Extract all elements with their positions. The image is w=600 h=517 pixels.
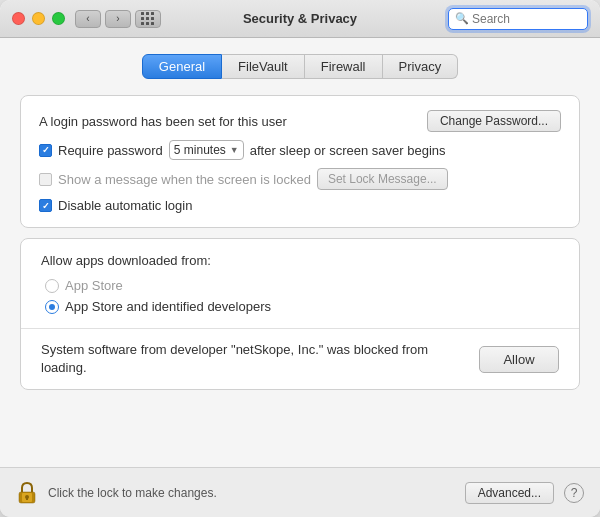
login-panel: A login password has been set for this u… — [20, 95, 580, 228]
radio-appstore-identified[interactable] — [45, 300, 59, 314]
require-password-checkbox[interactable] — [39, 144, 52, 157]
allow-button[interactable]: Allow — [479, 346, 559, 373]
require-password-row: Require password 5 minutes ▼ after sleep… — [39, 140, 561, 160]
radio-appstore[interactable] — [45, 279, 59, 293]
show-message-checkbox[interactable] — [39, 173, 52, 186]
svg-rect-3 — [26, 497, 28, 500]
disable-login-label: Disable automatic login — [58, 198, 192, 213]
tab-filevault[interactable]: FileVault — [222, 54, 305, 79]
tab-general[interactable]: General — [142, 54, 222, 79]
help-button[interactable]: ? — [564, 483, 584, 503]
grid-icon — [141, 12, 155, 26]
bottom-bar: Click the lock to make changes. Advanced… — [0, 467, 600, 517]
lock-svg — [17, 481, 37, 505]
set-lock-message-button: Set Lock Message... — [317, 168, 448, 190]
bottom-panel: Allow apps downloaded from: App Store Ap… — [20, 238, 580, 390]
require-password-label: Require password — [58, 143, 163, 158]
traffic-lights — [12, 12, 65, 25]
minimize-button[interactable] — [32, 12, 45, 25]
forward-button[interactable]: › — [105, 10, 131, 28]
tab-firewall[interactable]: Firewall — [305, 54, 383, 79]
search-box[interactable]: 🔍 — [448, 8, 588, 30]
dropdown-arrow-icon: ▼ — [230, 145, 239, 155]
radio-appstore-row: App Store — [45, 278, 559, 293]
show-message-label: Show a message when the screen is locked — [58, 172, 311, 187]
grid-button[interactable] — [135, 10, 161, 28]
maximize-button[interactable] — [52, 12, 65, 25]
radio-group: App Store App Store and identified devel… — [45, 278, 559, 314]
content-area: General FileVault Firewall Privacy A log… — [0, 38, 600, 467]
main-panels: A login password has been set for this u… — [20, 95, 580, 467]
password-timeout-value: 5 minutes — [174, 143, 226, 157]
window: ‹ › Security & Privacy 🔍 General FileVau… — [0, 0, 600, 517]
nav-buttons: ‹ › — [75, 10, 131, 28]
bottom-lock-text: Click the lock to make changes. — [48, 486, 455, 500]
login-password-label: A login password has been set for this u… — [39, 114, 287, 129]
close-button[interactable] — [12, 12, 25, 25]
search-icon: 🔍 — [455, 12, 469, 25]
change-password-button[interactable]: Change Password... — [427, 110, 561, 132]
search-input[interactable] — [472, 12, 581, 26]
title-bar: ‹ › Security & Privacy 🔍 — [0, 0, 600, 38]
disable-login-row: Disable automatic login — [39, 198, 561, 213]
show-message-row: Show a message when the screen is locked… — [39, 168, 561, 190]
radio-appstore-identified-row: App Store and identified developers — [45, 299, 559, 314]
blocked-section: System software from developer "netSkope… — [21, 328, 579, 389]
downloads-section: Allow apps downloaded from: App Store Ap… — [21, 239, 579, 328]
password-timeout-dropdown[interactable]: 5 minutes ▼ — [169, 140, 244, 160]
tab-privacy[interactable]: Privacy — [383, 54, 459, 79]
lock-icon[interactable] — [16, 481, 38, 505]
tab-bar: General FileVault Firewall Privacy — [20, 54, 580, 79]
after-sleep-label: after sleep or screen saver begins — [250, 143, 446, 158]
window-title: Security & Privacy — [243, 11, 357, 26]
radio-appstore-label: App Store — [65, 278, 123, 293]
disable-login-checkbox[interactable] — [39, 199, 52, 212]
radio-appstore-identified-label: App Store and identified developers — [65, 299, 271, 314]
downloads-title: Allow apps downloaded from: — [41, 253, 559, 268]
back-button[interactable]: ‹ — [75, 10, 101, 28]
login-password-row: A login password has been set for this u… — [39, 110, 561, 132]
login-section: A login password has been set for this u… — [39, 110, 561, 213]
blocked-text: System software from developer "netSkope… — [41, 341, 463, 377]
advanced-button[interactable]: Advanced... — [465, 482, 554, 504]
